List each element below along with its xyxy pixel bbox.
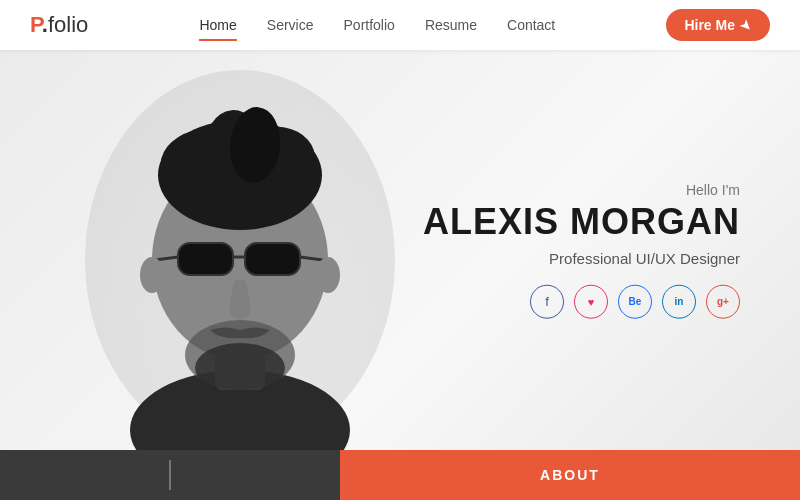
hire-me-label: Hire Me	[684, 17, 735, 33]
nav-link-resume[interactable]: Resume	[425, 17, 477, 37]
hero-title: Professional UI/UX Designer	[423, 249, 740, 266]
nav-item-service[interactable]: Service	[267, 16, 314, 34]
svg-point-19	[316, 257, 340, 293]
social-behance[interactable]: Be	[618, 284, 652, 318]
about-label: ABOUT	[540, 467, 600, 483]
nav-item-contact[interactable]: Contact	[507, 16, 555, 34]
nav-item-home[interactable]: Home	[199, 16, 236, 34]
logo[interactable]: P.folio	[30, 12, 88, 38]
nav-link-service[interactable]: Service	[267, 17, 314, 37]
social-instagram[interactable]: ♥	[574, 284, 608, 318]
social-icons-row: f ♥ Be in g+	[423, 284, 740, 318]
svg-rect-9	[178, 243, 233, 275]
portrait-svg	[80, 60, 400, 450]
hero-name: ALEXIS MORGAN	[423, 202, 740, 242]
nav-links: Home Service Portfolio Resume Contact	[199, 16, 555, 34]
nav-link-portfolio[interactable]: Portfolio	[344, 17, 395, 37]
social-linkedin[interactable]: in	[662, 284, 696, 318]
nav-link-home[interactable]: Home	[199, 17, 236, 37]
nav-item-resume[interactable]: Resume	[425, 16, 477, 34]
hire-me-button[interactable]: Hire Me ➤	[666, 9, 770, 41]
bottom-bar-dark	[0, 450, 340, 500]
person-portrait	[80, 60, 400, 450]
nav-link-contact[interactable]: Contact	[507, 17, 555, 37]
logo-p: P	[30, 12, 42, 37]
logo-folio: folio	[48, 12, 88, 37]
svg-rect-10	[245, 243, 300, 275]
send-icon: ➤	[737, 16, 755, 34]
nav-item-portfolio[interactable]: Portfolio	[344, 16, 395, 34]
hero-text-block: Hello I'm ALEXIS MORGAN Professional UI/…	[423, 182, 740, 319]
bottom-bar-orange[interactable]: ABOUT	[340, 450, 800, 500]
navbar: P.folio Home Service Portfolio Resume Co…	[0, 0, 800, 50]
social-googleplus[interactable]: g+	[706, 284, 740, 318]
svg-point-17	[195, 343, 285, 393]
bottom-bar: ABOUT	[0, 450, 800, 500]
bottom-divider	[169, 460, 171, 490]
hero-section: Hello I'm ALEXIS MORGAN Professional UI/…	[0, 50, 800, 450]
svg-point-18	[140, 257, 164, 293]
social-facebook[interactable]: f	[530, 284, 564, 318]
hello-label: Hello I'm	[423, 182, 740, 198]
